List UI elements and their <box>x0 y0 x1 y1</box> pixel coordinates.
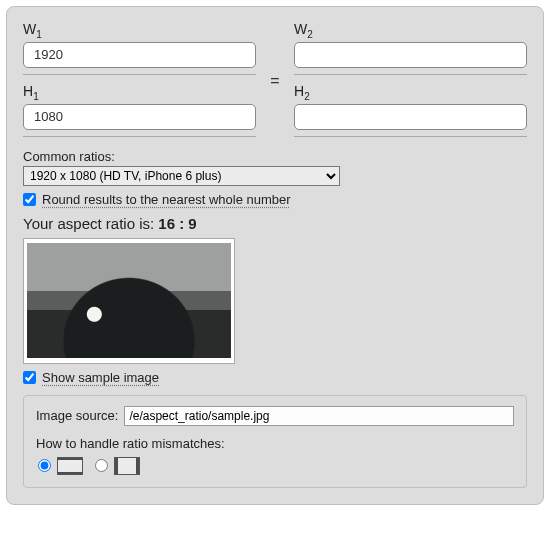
pillarbox-icon <box>114 457 140 475</box>
image-source-label: Image source: <box>36 408 118 423</box>
equals-sign: = <box>266 68 284 90</box>
result-prefix: Your aspect ratio is: <box>23 215 158 232</box>
aspect-ratio-panel: W1 H1 = W2 H2 Common ratios: 1920 x 1080… <box>6 6 544 505</box>
h1-label: H1 <box>23 83 256 102</box>
mismatch-options <box>36 457 514 475</box>
h2-input[interactable] <box>294 104 527 130</box>
dimensions-grid: W1 H1 = W2 H2 <box>23 21 527 137</box>
result-value: 16 : 9 <box>158 215 196 232</box>
h2-group: H2 <box>294 83 527 137</box>
mismatch-label: How to handle ratio mismatches: <box>36 436 514 451</box>
round-label[interactable]: Round results to the nearest whole numbe… <box>42 192 291 207</box>
aspect-ratio-result: Your aspect ratio is: 16 : 9 <box>23 215 527 232</box>
w2-input[interactable] <box>294 42 527 68</box>
sample-image <box>27 243 231 358</box>
w1-input[interactable] <box>23 42 256 68</box>
common-ratios-label: Common ratios: <box>23 149 527 164</box>
image-source-row: Image source: <box>36 406 514 426</box>
sample-settings-panel: Image source: How to handle ratio mismat… <box>23 395 527 488</box>
mismatch-radio-pillarbox[interactable] <box>95 459 108 472</box>
round-row: Round results to the nearest whole numbe… <box>23 192 527 207</box>
w1-group: W1 <box>23 21 256 75</box>
common-ratios-row: Common ratios: 1920 x 1080 (HD TV, iPhon… <box>23 149 527 186</box>
w2-label: W2 <box>294 21 527 40</box>
image-source-input[interactable] <box>124 406 514 426</box>
h1-group: H1 <box>23 83 256 137</box>
common-ratios-select[interactable]: 1920 x 1080 (HD TV, iPhone 6 plus) <box>23 166 340 186</box>
w2-group: W2 <box>294 21 527 75</box>
round-checkbox[interactable] <box>23 193 36 206</box>
show-sample-row: Show sample image <box>23 370 527 385</box>
h2-label: H2 <box>294 83 527 102</box>
show-sample-label[interactable]: Show sample image <box>42 370 159 385</box>
w1-label: W1 <box>23 21 256 40</box>
sample-image-frame <box>23 238 235 364</box>
h1-input[interactable] <box>23 104 256 130</box>
letterbox-icon <box>57 457 83 475</box>
mismatch-radio-letterbox[interactable] <box>38 459 51 472</box>
show-sample-checkbox[interactable] <box>23 371 36 384</box>
